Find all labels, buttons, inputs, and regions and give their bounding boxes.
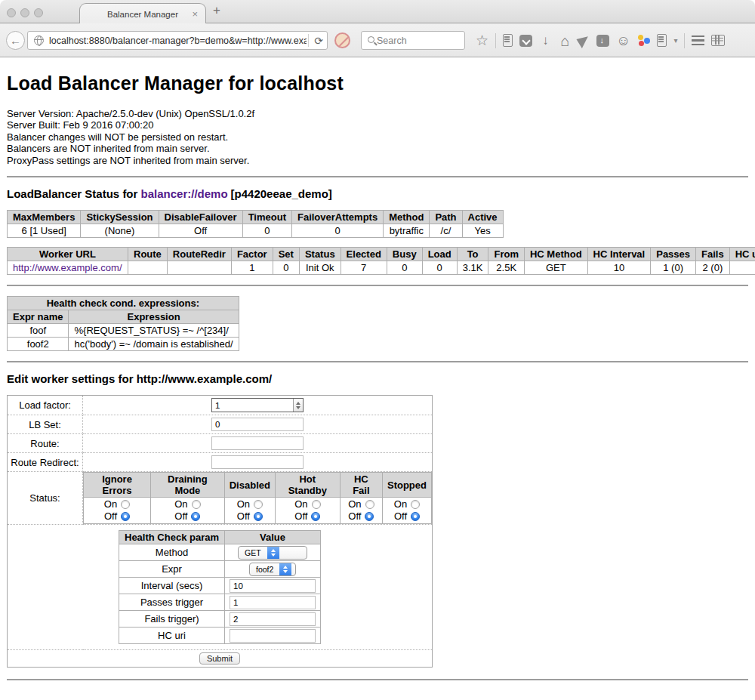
load-factor-input[interactable]	[212, 399, 293, 412]
tab-title: Balancer Manager	[107, 10, 178, 19]
expr-table-title: Health check cond. expressions:	[8, 297, 239, 310]
route-input[interactable]	[211, 436, 304, 450]
column-header: MaxMembers	[8, 211, 81, 224]
draining-mode-on-radio[interactable]	[192, 500, 201, 509]
column-header: Fails	[696, 248, 730, 261]
interval-input[interactable]	[230, 579, 316, 593]
addon-colordots-icon[interactable]	[637, 35, 650, 47]
tab-close-icon[interactable]: ×	[192, 8, 198, 20]
column-header: To	[457, 248, 488, 261]
lb-set-input[interactable]	[211, 418, 304, 431]
cell-hc-method: GET	[524, 261, 587, 275]
stopped-off-radio[interactable]	[411, 512, 420, 521]
cell-hc-uri	[729, 261, 755, 275]
feedback-smiley-icon[interactable]: ☺	[616, 33, 630, 48]
cell-expression: %{REQUEST_STATUS} =~ /^[234]/	[69, 324, 239, 338]
window-minimize-button[interactable]	[20, 8, 29, 17]
new-tab-button[interactable]: +	[213, 3, 220, 18]
cell-to: 3.1K	[457, 261, 488, 275]
route-redirect-label: Route Redirect:	[8, 453, 83, 472]
ignore-errors-on-radio[interactable]	[121, 500, 130, 509]
radio-off-label: Off	[237, 510, 250, 523]
url-bar[interactable]: localhost:8880/balancer-manager?b=demo&w…	[27, 31, 328, 50]
radio-on-label: On	[348, 498, 361, 510]
column-header: Method	[384, 211, 430, 224]
fails-input[interactable]	[230, 612, 316, 626]
send-tab-icon[interactable]	[576, 33, 591, 48]
tab-balancer-manager[interactable]: Balancer Manager ×	[79, 3, 206, 24]
url-text[interactable]: localhost:8880/balancer-manager?b=demo&w…	[49, 35, 307, 46]
tab-groups-grid-icon[interactable]	[711, 35, 725, 46]
menu-hamburger-icon[interactable]	[692, 35, 704, 45]
cell-factor: 1	[231, 261, 273, 275]
sidebar-clipboard-icon[interactable]	[657, 34, 667, 47]
hot-standby-on-radio[interactable]	[312, 500, 321, 509]
ignore-errors-off-radio[interactable]	[121, 512, 130, 521]
column-header: Health Check param	[119, 531, 225, 544]
number-spinner-icon[interactable]	[293, 399, 303, 412]
disabled-on-radio[interactable]	[254, 500, 263, 509]
window-zoom-button[interactable]	[34, 8, 43, 17]
column-header: Route	[128, 248, 168, 261]
cell-timeout: 0	[242, 224, 291, 238]
column-header: Elected	[341, 248, 387, 261]
route-redirect-input[interactable]	[211, 455, 304, 469]
stopped-on-radio[interactable]	[411, 500, 420, 509]
disabled-off-radio[interactable]	[254, 512, 263, 521]
search-input[interactable]	[377, 35, 448, 46]
pocket-icon[interactable]	[519, 35, 532, 47]
hc-header-row: Health Check param Value	[119, 531, 321, 544]
expr-select[interactable]: foof2	[249, 563, 296, 576]
form-row-submit: Submit	[8, 650, 433, 668]
dropdown-caret-icon[interactable]: ▾	[673, 36, 677, 45]
cell-load: 0	[422, 261, 457, 275]
toolbar-icons: ☆ ↓ ⌂ ☺ ▾	[476, 23, 725, 57]
hc-row-fails: Fails trigger)	[119, 611, 321, 628]
reload-icon[interactable]: ⟳	[310, 35, 327, 47]
hc-fail-on-radio[interactable]	[365, 500, 374, 509]
balancer-status-table: MaxMembers StickySession DisableFailover…	[7, 210, 504, 238]
radio-on-label: On	[104, 498, 117, 510]
lb-set-label: LB Set:	[8, 415, 83, 434]
cell-failoverattempts: 0	[291, 224, 383, 238]
passes-input[interactable]	[230, 596, 316, 609]
draining-mode-off-radio[interactable]	[191, 512, 200, 521]
column-header: Value	[225, 531, 321, 544]
status-radio-table: Ignore Errors Draining Mode Disabled Hot…	[83, 472, 432, 524]
cell-stickysession: (None)	[81, 224, 159, 238]
download-manager-icon[interactable]	[596, 35, 609, 47]
status-heading-suffix: [p4420eeae_demo]	[231, 187, 332, 200]
content-blocked-icon[interactable]	[334, 32, 350, 48]
cell-expr-name: foof	[8, 324, 69, 338]
cell-fails: 2 (0)	[696, 261, 730, 275]
bookmarks-clipboard-icon[interactable]	[503, 34, 513, 47]
site-identity-globe-icon[interactable]	[34, 35, 44, 45]
downloads-icon[interactable]: ↓	[539, 34, 552, 47]
hc-uri-input[interactable]	[230, 629, 316, 643]
hot-standby-off-radio[interactable]	[311, 512, 320, 521]
cell-active: Yes	[462, 224, 503, 238]
table-title-row: Health check cond. expressions:	[8, 297, 239, 310]
window-close-button[interactable]	[7, 8, 16, 17]
health-check-param-table: Health Check param Value Method GET	[119, 530, 321, 644]
cell-from: 2.5K	[488, 261, 525, 275]
balancer-demo-link[interactable]: balancer://demo	[141, 187, 228, 200]
expr-select-value: foof2	[250, 565, 279, 574]
page-content: Load Balancer Manager for localhost Serv…	[0, 57, 755, 680]
submit-button[interactable]: Submit	[199, 652, 240, 665]
column-header: From	[488, 248, 525, 261]
radio-on-label: On	[394, 498, 407, 510]
search-bar[interactable]	[361, 31, 465, 50]
method-select[interactable]: GET	[238, 546, 307, 560]
home-icon[interactable]: ⌂	[559, 33, 572, 48]
hc-fail-off-radio[interactable]	[365, 512, 374, 521]
back-button[interactable]: ←	[6, 31, 25, 50]
hc-row-interval: Interval (secs)	[119, 578, 321, 594]
browser-window: Balancer Manager × + ← localhost:8880/ba…	[0, 0, 755, 700]
table-row: 6 [1 Used] (None) Off 0 0 bytraffic /c/ …	[8, 224, 504, 238]
status-heading-prefix: LoadBalancer Status for	[7, 187, 141, 200]
radio-on-label: On	[174, 498, 187, 510]
loadbalancer-status-heading: LoadBalancer Status for balancer://demo[…	[7, 187, 748, 200]
bookmark-star-icon[interactable]: ☆	[476, 33, 488, 48]
worker-url-link[interactable]: http://www.example.com/	[13, 262, 122, 273]
